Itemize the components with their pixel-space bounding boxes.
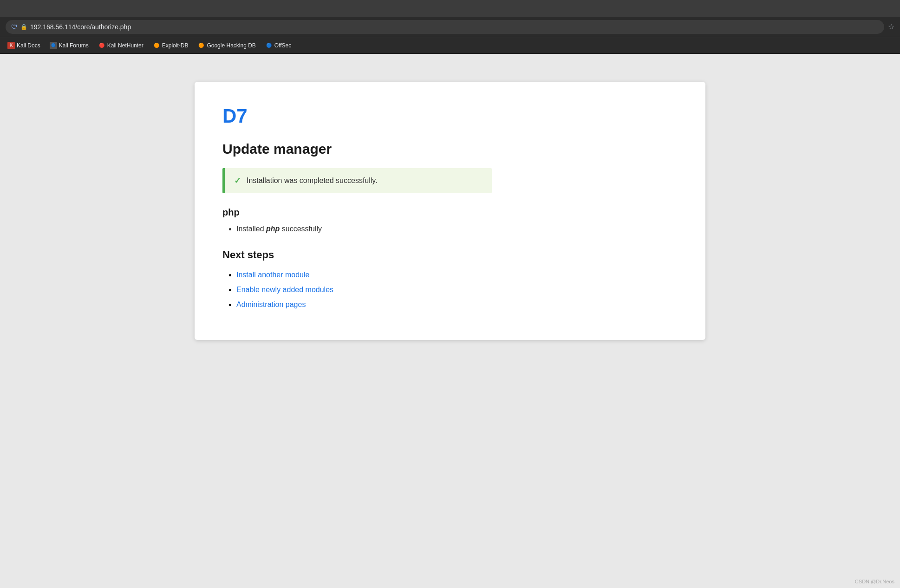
bookmark-kali-docs-label: Kali Docs: [17, 42, 40, 49]
content-card: D7 Update manager ✓ Installation was com…: [195, 82, 705, 340]
kali-nethunter-icon: 🔴: [98, 42, 105, 49]
bookmark-kali-forums-label: Kali Forums: [59, 42, 89, 49]
module-name: php: [266, 225, 280, 233]
kali-docs-icon: K: [7, 42, 15, 49]
bookmark-kali-nethunter[interactable]: 🔴 Kali NetHunter: [94, 40, 147, 51]
watermark: CSDN @Dr.Neos: [855, 579, 894, 584]
module-heading: php: [222, 207, 678, 218]
next-steps-list: Install another module Enable newly adde…: [222, 268, 678, 312]
bookmark-exploit-db[interactable]: 🟠 Exploit-DB: [149, 40, 192, 51]
page-heading: Update manager: [222, 141, 678, 157]
bookmark-offsec[interactable]: 🔵 OffSec: [261, 40, 295, 51]
success-message-box: ✓ Installation was completed successfull…: [222, 168, 492, 193]
google-hacking-icon: 🟠: [197, 42, 205, 49]
bookmark-google-hacking-label: Google Hacking DB: [207, 42, 255, 49]
module-list: Installed php successfully: [222, 222, 678, 236]
shield-icon: 🛡: [11, 23, 18, 31]
tab-bar: [0, 0, 900, 17]
installed-text-after: successfully: [280, 225, 322, 233]
bookmark-star-icon[interactable]: ☆: [888, 22, 894, 31]
exploit-db-icon: 🟠: [153, 42, 160, 49]
install-another-module-link[interactable]: Install another module: [236, 271, 309, 279]
next-steps-item-2: Enable newly added modules: [236, 282, 678, 297]
bookmark-kali-docs[interactable]: K Kali Docs: [4, 40, 44, 51]
installed-text-before: Installed: [236, 225, 266, 233]
url-text: 192.168.56.114/core/authorize.php: [30, 23, 879, 31]
bookmark-kali-nethunter-label: Kali NetHunter: [107, 42, 143, 49]
browser-chrome: 🛡 🔒 192.168.56.114/core/authorize.php ☆ …: [0, 0, 900, 54]
kali-forums-icon: 🔵: [50, 42, 57, 49]
page-background: D7 Update manager ✓ Installation was com…: [0, 54, 900, 588]
lock-icon: 🔒: [20, 24, 27, 30]
success-text: Installation was completed successfully.: [247, 176, 378, 185]
check-icon: ✓: [234, 176, 241, 186]
enable-modules-link[interactable]: Enable newly added modules: [236, 286, 333, 294]
bookmark-exploit-db-label: Exploit-DB: [162, 42, 189, 49]
next-steps-heading: Next steps: [222, 249, 678, 261]
bookmark-offsec-label: OffSec: [274, 42, 291, 49]
next-steps-item-1: Install another module: [236, 268, 678, 282]
address-bar-content[interactable]: 🛡 🔒 192.168.56.114/core/authorize.php: [6, 20, 884, 34]
bookmarks-bar: K Kali Docs 🔵 Kali Forums 🔴 Kali NetHunt…: [0, 37, 900, 54]
offsec-icon: 🔵: [265, 42, 273, 49]
address-bar[interactable]: 🛡 🔒 192.168.56.114/core/authorize.php ☆: [0, 17, 900, 37]
administration-pages-link[interactable]: Administration pages: [236, 301, 306, 308]
next-steps-item-3: Administration pages: [236, 297, 678, 312]
site-title: D7: [222, 105, 678, 127]
module-list-item: Installed php successfully: [236, 222, 678, 236]
bookmark-google-hacking[interactable]: 🟠 Google Hacking DB: [194, 40, 259, 51]
bookmark-kali-forums[interactable]: 🔵 Kali Forums: [46, 40, 92, 51]
